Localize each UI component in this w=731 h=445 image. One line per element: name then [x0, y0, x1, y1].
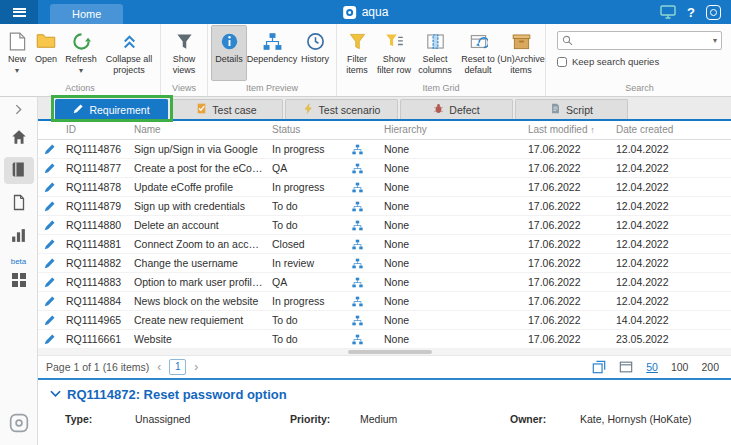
tab-requirement[interactable]: Requirement [55, 99, 168, 119]
next-page-button[interactable] [193, 360, 199, 374]
tab-script[interactable]: Script [515, 99, 628, 119]
show-filter-row-label: Show filter row [376, 54, 412, 75]
refresh-button[interactable]: Refresh [61, 25, 101, 81]
cell-last-modified: 17.06.2022 [524, 139, 612, 158]
sidebar-item-projects[interactable] [4, 157, 34, 184]
cell-status: In progress [268, 177, 334, 196]
column-id[interactable]: ID [62, 121, 130, 139]
sidebar-item-reports[interactable] [4, 223, 34, 250]
table-row[interactable]: RQ1114881 Connect Zoom to an account Clo… [38, 234, 731, 253]
views-filter-icon [175, 30, 194, 52]
cell-date-created: 12.04.2022 [612, 253, 731, 272]
sidebar-item-home[interactable] [4, 124, 34, 151]
page-size-100[interactable]: 100 [671, 361, 689, 373]
history-button[interactable]: History [297, 25, 333, 81]
refresh-icon [72, 30, 91, 52]
requirement-icon [44, 218, 56, 230]
field-value: Unassigned [135, 413, 190, 425]
screen-share-icon[interactable] [660, 5, 676, 19]
page-size-200[interactable]: 200 [701, 361, 719, 373]
keep-search-queries-label: Keep search queries [572, 56, 659, 67]
requirement-icon [44, 237, 56, 249]
column-last-modified[interactable]: Last modified ↑ [524, 121, 612, 139]
current-page-button[interactable]: 1 [169, 359, 186, 375]
history-clock-icon [306, 30, 325, 52]
cell-hierarchy: None [380, 291, 524, 310]
hamburger-icon [13, 8, 26, 17]
table-row[interactable]: RQ1116661 Website To do None 17.06.2022 … [38, 329, 731, 348]
table-row[interactable]: RQ1114878 Update eCoffe profile In progr… [38, 177, 731, 196]
ribbon-group-views: Show views Views [161, 24, 208, 96]
sidebar-expand-button[interactable] [0, 100, 37, 118]
hierarchy-icon [352, 161, 363, 173]
sidebar-item-documents[interactable] [4, 190, 34, 217]
tab-defect[interactable]: Defect [400, 99, 513, 119]
filter-items-button[interactable]: Filter items [340, 25, 374, 81]
show-filter-row-button[interactable]: Show filter row [374, 25, 414, 81]
tab-test-case[interactable]: Test case [170, 99, 283, 119]
requirement-tab-icon [73, 103, 84, 116]
dependency-label: Dependency [247, 54, 298, 65]
cell-status: In review [268, 253, 334, 272]
sort-ascending-icon: ↑ [590, 125, 595, 135]
keep-search-queries-option[interactable]: Keep search queries [557, 56, 722, 67]
keep-search-queries-checkbox[interactable] [557, 57, 567, 67]
cell-date-created: 23.05.2022 [612, 329, 731, 348]
show-views-button[interactable]: Show views [164, 25, 204, 81]
table-row[interactable]: RQ1114880 Delete an account To do None 1… [38, 215, 731, 234]
reset-to-default-button[interactable]: Reset to default [456, 25, 500, 81]
collapse-details-chevron-icon[interactable] [50, 390, 61, 398]
collapse-label: Collapse all projects [103, 54, 155, 75]
unarchive-items-button[interactable]: (Un)Archive items [500, 25, 542, 81]
dependency-button[interactable]: Dependency [247, 25, 297, 81]
scrollbar-thumb[interactable] [348, 350, 432, 354]
sidebar-item-dashboards[interactable] [4, 267, 34, 294]
horizontal-scrollbar[interactable] [38, 349, 731, 355]
history-label: History [301, 54, 329, 65]
hierarchy-icon [352, 199, 363, 211]
column-date-created[interactable]: Date created [612, 121, 731, 139]
cell-date-created: 14.04.2022 [612, 310, 731, 329]
card-view-icon[interactable] [619, 360, 633, 374]
prev-page-button[interactable] [156, 360, 162, 374]
cell-hierarchy: None [380, 177, 524, 196]
help-button[interactable]: ? [687, 5, 695, 20]
details-button[interactable]: Details [211, 25, 247, 81]
table-row[interactable]: RQ1114877 Create a post for the eCoffee … [38, 158, 731, 177]
requirement-icon [44, 142, 56, 154]
new-button[interactable]: New [3, 25, 31, 81]
select-columns-button[interactable]: Select columns [414, 25, 456, 81]
table-row[interactable]: RQ1114965 Create new requiement To do No… [38, 310, 731, 329]
home-ribbon-tab[interactable]: Home [50, 4, 123, 24]
cell-hierarchy: None [380, 272, 524, 291]
search-input[interactable] [577, 35, 709, 46]
defect-tab-icon [433, 103, 444, 116]
hamburger-menu-button[interactable] [0, 0, 38, 24]
collapse-all-projects-button[interactable]: Collapse all projects [101, 25, 157, 81]
table-row[interactable]: RQ1114883 Option to mark user profile in… [38, 272, 731, 291]
cell-id: RQ1114878 [62, 177, 130, 196]
column-hierarchy[interactable]: Hierarchy [380, 121, 524, 139]
filter-row-icon [385, 30, 404, 52]
search-dropdown-caret-icon[interactable] [713, 36, 717, 45]
new-label: New [5, 54, 29, 75]
hierarchy-icon [352, 332, 363, 344]
table-row[interactable]: RQ1114882 Change the username In review … [38, 253, 731, 272]
page-size-50[interactable]: 50 [646, 361, 658, 373]
copy-list-icon[interactable] [592, 360, 606, 374]
column-name[interactable]: Name [130, 121, 268, 139]
cell-hierarchy: None [380, 310, 524, 329]
table-row[interactable]: RQ1114876 Sign up/Sign in via Google In … [38, 139, 731, 158]
cell-last-modified: 17.06.2022 [524, 158, 612, 177]
cell-last-modified: 17.06.2022 [524, 253, 612, 272]
search-combobox[interactable] [557, 31, 722, 50]
cell-id: RQ1114881 [62, 234, 130, 253]
aqua-app-icon[interactable] [706, 5, 721, 20]
cell-name: News block on the website [130, 291, 268, 310]
table-row[interactable]: RQ1114884 News block on the website In p… [38, 291, 731, 310]
column-status[interactable]: Status [268, 121, 334, 139]
table-row[interactable]: RQ1114879 Sign up with credentials To do… [38, 196, 731, 215]
refresh-label: Refresh [63, 54, 99, 75]
open-button[interactable]: Open [31, 25, 61, 81]
tab-test-scenario[interactable]: Test scenario [285, 99, 398, 119]
